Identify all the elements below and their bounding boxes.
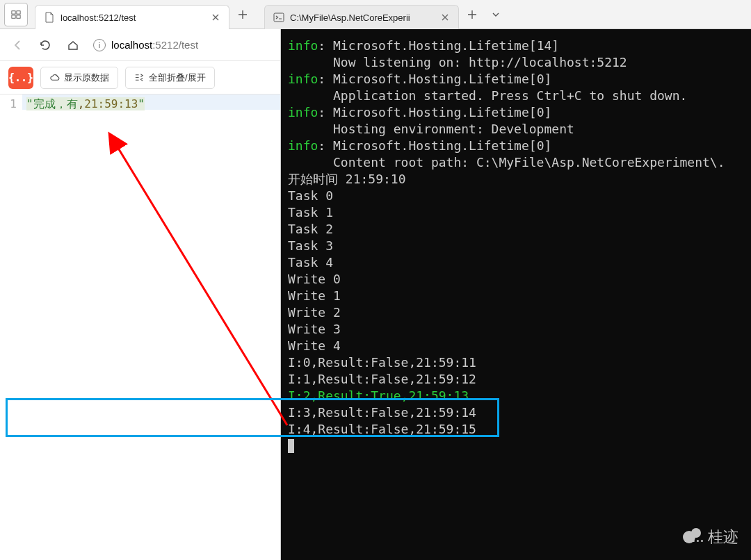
show-raw-label: 显示原数据 <box>64 72 109 84</box>
cloud-icon <box>49 72 60 83</box>
url-host: localhost <box>111 39 152 51</box>
json-viewer: 1 "完成，有,21:59:13" <box>0 94 280 560</box>
home-button[interactable] <box>63 35 83 56</box>
json-toolbar: {..} 显示原数据 全部折叠/展开 <box>0 61 280 94</box>
back-button[interactable] <box>7 35 28 56</box>
url-path: /test <box>179 39 198 51</box>
new-tab-button[interactable] <box>232 4 253 25</box>
tab-terminal[interactable]: C:\MyFile\Asp.NetCoreExperii <box>264 5 459 30</box>
svg-rect-1 <box>17 10 20 13</box>
arrow-left-icon <box>11 39 24 51</box>
watermark-text: 桂迹 <box>708 527 738 547</box>
url-port: :5212 <box>152 39 179 51</box>
window-tab-strip: localhost:5212/test C:\MyFile\Asp.NetCor… <box>0 0 751 29</box>
tab-browser-title: localhost:5212/test <box>60 13 205 23</box>
collapse-expand-icon <box>134 72 145 83</box>
json-line-1[interactable]: "完成，有,21:59:13" <box>22 94 280 560</box>
close-icon[interactable] <box>440 13 450 22</box>
page-icon <box>44 12 55 23</box>
svg-rect-2 <box>12 15 15 17</box>
tab-dropdown-button[interactable] <box>485 4 506 25</box>
browser-pane: i localhost:5212/test {..} 显示原数据 全部折叠/展开… <box>0 29 281 560</box>
line-number: 1 <box>0 94 22 560</box>
home-icon <box>67 39 79 51</box>
close-icon[interactable] <box>211 13 220 22</box>
task-view-button[interactable] <box>4 3 28 26</box>
tab-browser[interactable]: localhost:5212/test <box>35 5 229 30</box>
svg-rect-4 <box>274 13 284 22</box>
svg-rect-0 <box>12 10 15 13</box>
tab-terminal-title: C:\MyFile\Asp.NetCoreExperii <box>290 13 435 23</box>
site-info-icon[interactable]: i <box>93 39 106 51</box>
plus-icon <box>467 10 477 19</box>
json-extension-badge[interactable]: {..} <box>8 67 33 89</box>
watermark: 桂迹 <box>683 527 738 547</box>
terminal-pane[interactable]: info: Microsoft.Hosting.Lifetime[14] Now… <box>281 29 751 560</box>
chevron-down-icon <box>492 10 500 19</box>
wechat-icon <box>683 527 704 547</box>
address-field[interactable]: i localhost:5212/test <box>90 39 273 51</box>
terminal-icon <box>273 12 284 23</box>
address-toolbar: i localhost:5212/test <box>0 29 280 61</box>
refresh-button[interactable] <box>35 35 56 56</box>
refresh-icon <box>39 39 51 51</box>
show-raw-button[interactable]: 显示原数据 <box>40 67 118 89</box>
plus-icon <box>238 10 248 19</box>
collapse-expand-label: 全部折叠/展开 <box>149 72 206 84</box>
new-tab-button-2[interactable] <box>462 4 483 25</box>
tabs-overview-icon <box>11 10 21 19</box>
collapse-expand-button[interactable]: 全部折叠/展开 <box>125 67 215 89</box>
svg-rect-3 <box>17 15 20 17</box>
